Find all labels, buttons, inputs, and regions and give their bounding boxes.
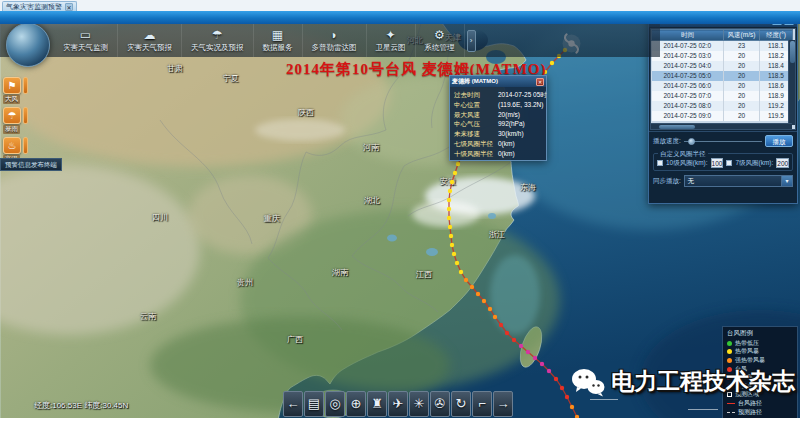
track-point <box>533 356 537 360</box>
warning-label: 暴雨 <box>3 125 20 134</box>
table-header[interactable]: 风速(m/s) <box>724 30 760 41</box>
warning-button-stack: ⚑大风☂暴雨♨高温 <box>3 77 28 164</box>
warning-tab-high-temp[interactable] <box>23 137 28 154</box>
popup-field-label: 过去时间 <box>454 90 498 100</box>
wind7-checkbox[interactable] <box>726 160 732 166</box>
app-logo-globe-icon[interactable] <box>6 23 50 67</box>
track-point <box>570 405 574 409</box>
legend-swatch <box>727 412 735 413</box>
warning-tab-gale[interactable] <box>23 77 28 94</box>
legend-swatch <box>727 349 732 354</box>
satellite-icon: ✦ <box>385 29 395 42</box>
rainstorm-icon[interactable]: ☂ <box>3 107 21 124</box>
wind10-input[interactable]: 100 <box>711 158 724 168</box>
track-point <box>547 369 551 373</box>
film-reel-icon[interactable]: ✇ <box>430 391 450 417</box>
toolbar-button-label: 天气实况及预报 <box>191 43 244 53</box>
table-row[interactable]: 2014-07-25 08:020119.2 <box>652 101 793 111</box>
table-row[interactable]: 2014-07-25 05:020118.5 <box>652 71 793 81</box>
scale-bar <box>590 399 618 400</box>
location-icon[interactable]: ◎ <box>325 391 345 417</box>
track-point <box>488 307 492 311</box>
sync-play-dropdown[interactable]: 无 ▾ <box>684 175 793 187</box>
slider-thumb[interactable] <box>688 138 695 145</box>
wind-arrow-icon[interactable]: ✈ <box>388 391 408 417</box>
wind10-label: 10级风圈(km): <box>666 159 708 168</box>
track-point <box>493 315 497 319</box>
table-row[interactable]: 2014-07-25 02:023118.1 <box>652 41 793 51</box>
wind-turbine-icon[interactable]: ✳ <box>409 391 429 417</box>
warning-tab-rainstorm[interactable] <box>23 107 28 124</box>
refresh-icon[interactable]: ↻ <box>451 391 471 417</box>
toolbar-button-data-service[interactable]: ▦数据服务 <box>254 24 303 57</box>
toolbar-button-weather-realtime[interactable]: ☂天气实况及预报 <box>182 24 254 57</box>
app-tab[interactable]: 气象灾害监测预警 ✕ <box>2 1 77 11</box>
track-point <box>550 61 554 65</box>
app-tab-label: 气象灾害监测预警 <box>6 2 62 12</box>
wind10-checkbox[interactable] <box>657 160 663 166</box>
play-button[interactable]: 播放 <box>765 135 793 147</box>
ticker-bar <box>0 11 800 24</box>
forward-arrow-icon[interactable]: → <box>493 391 513 417</box>
toolbar-button-label: 系统管理 <box>425 43 455 53</box>
gears-icon: ⚙ <box>434 29 445 42</box>
toolbar-button-doppler-radar[interactable]: ◗多普勒雷达图 <box>303 24 367 57</box>
popup-close-icon[interactable]: ✕ <box>536 78 544 86</box>
scrollbar-thumb[interactable] <box>790 41 795 63</box>
tab-close-icon[interactable]: ✕ <box>65 3 73 11</box>
wind7-input[interactable]: 200 <box>776 158 789 168</box>
browser-tab-strip: 气象灾害监测预警 ✕ <box>0 0 800 11</box>
table-row[interactable]: 2014-07-25 07:020118.9 <box>652 91 793 101</box>
table-header[interactable]: 时间 <box>652 30 724 41</box>
table-row[interactable]: 2014-07-25 03:020118.2 <box>652 51 793 61</box>
globe-icon[interactable]: ⊕ <box>346 391 366 417</box>
layers-icon[interactable]: ▤ <box>304 391 324 417</box>
corner-flag-icon[interactable]: ⌐ <box>472 391 492 417</box>
table-row[interactable]: 2014-07-25 09:020119.5 <box>652 111 793 121</box>
warning-rainstorm: ☂暴雨 <box>3 107 28 134</box>
legend-item: 预测路径 <box>727 408 793 417</box>
track-point <box>560 386 564 390</box>
legend-item: 强热带风暴 <box>727 356 793 365</box>
popup-titlebar[interactable]: 麦德姆 (MATMO) ✕ <box>450 76 546 87</box>
table-row[interactable]: 2014-07-25 06:020118.6 <box>652 81 793 91</box>
table-row[interactable]: 2014-07-25 04:020118.4 <box>652 61 793 71</box>
toolbar-button-label: 多普勒雷达图 <box>312 43 357 53</box>
table-vertical-scrollbar[interactable] <box>788 40 795 125</box>
thermometer-icon[interactable]: ♨ <box>3 137 21 154</box>
toolbar-expand-icon[interactable]: › <box>467 30 476 52</box>
track-table[interactable]: 时间风速(m/s)经度(°)2014-07-25 02:023118.12014… <box>651 29 793 121</box>
custom-group-label: 自定义风圈半径 <box>658 150 708 159</box>
track-point <box>505 331 509 335</box>
warning-terminal-bar[interactable]: 预警信息发布终端 <box>0 158 62 171</box>
toolbar-button-disaster-monitor[interactable]: ▭灾害天气监测 <box>54 24 118 57</box>
back-arrow-icon[interactable]: ← <box>283 391 303 417</box>
table-header[interactable]: 经度(°) <box>760 30 793 41</box>
toolbar-button-system-manage[interactable]: ⚙系统管理 <box>416 24 465 57</box>
wind-flag-icon[interactable]: ⚑ <box>3 77 21 94</box>
popup-field-value: 992(hPa) <box>498 119 525 129</box>
track-point <box>455 261 459 265</box>
track-point <box>464 278 468 282</box>
toolbar-button-label: 卫星云图 <box>376 43 406 53</box>
toolbar-button-satellite-image[interactable]: ✦卫星云图 <box>367 24 416 57</box>
popup-field: 中心位置(119.6E, 33.2N) <box>454 100 543 110</box>
popup-field-value: 0(km) <box>498 149 515 159</box>
track-point <box>448 189 452 193</box>
scrollbar-thumb[interactable] <box>659 125 695 129</box>
map-toolbar: ←▤◎⊕♜✈✳✇↻⌐→ <box>283 391 513 417</box>
play-speed-slider[interactable] <box>684 137 762 145</box>
cloud-icon: ☁ <box>144 29 156 42</box>
popup-field-label: 七级风圈半径 <box>454 139 498 149</box>
track-point <box>482 299 486 303</box>
toolbar-button-disaster-forecast[interactable]: ☁灾害天气预报 <box>118 24 182 57</box>
track-point <box>470 285 474 289</box>
popup-field: 十级风圈半径0(km) <box>454 149 543 159</box>
tower-icon[interactable]: ♜ <box>367 391 387 417</box>
track-point <box>519 344 523 348</box>
toolbar-button-label: 灾害天气监测 <box>63 43 108 53</box>
table-horizontal-scrollbar[interactable] <box>651 123 792 129</box>
data-grid-icon: ▦ <box>272 29 283 42</box>
popup-title: 麦德姆 (MATMO) <box>452 77 498 86</box>
popup-field-value: 20(m/s) <box>498 110 520 120</box>
